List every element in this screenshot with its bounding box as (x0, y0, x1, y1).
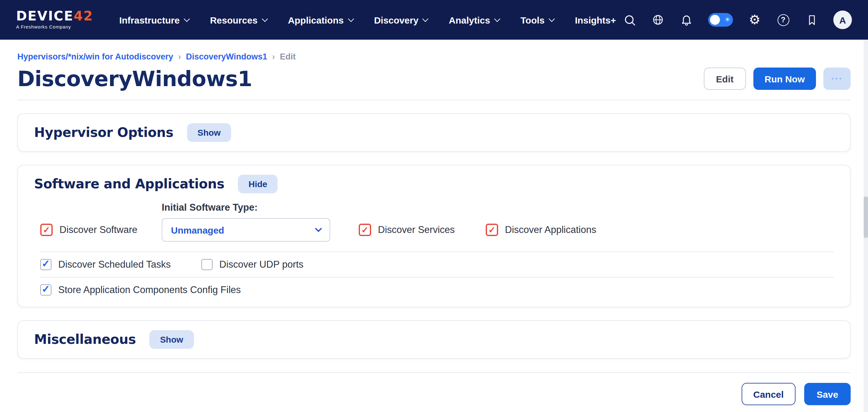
miscellaneous-header: Miscellaneous Show (34, 330, 834, 349)
chevron-down-icon (315, 225, 322, 232)
checkbox-checked-red[interactable] (486, 224, 498, 236)
app-root: DEVICE42 A Freshworks Company Infrastruc… (0, 0, 868, 412)
main-navigation: Infrastructure Resources Applications Di… (119, 14, 616, 25)
page-actions: Edit Run Now ··· (704, 67, 851, 90)
hypervisor-options-title: Hypervisor Options (34, 125, 174, 140)
initial-software-type-label: Initial Software Type: (162, 202, 834, 213)
software-checkbox-row-3: Store Application Components Config File… (34, 278, 834, 297)
settings-gear-icon[interactable]: ⚙ (748, 13, 762, 27)
software-applications-card: Software and Applications Hide Initial S… (17, 165, 851, 307)
checkbox-checked-red[interactable] (40, 224, 53, 236)
software-checkbox-row-1: Discover Software Unmanaged Discover Ser… (34, 218, 834, 242)
page-header: DiscoveryWindows1 Edit Run Now ··· (17, 66, 851, 100)
bookmark-icon[interactable] (805, 13, 818, 27)
checkbox-label: Store Application Components Config File… (58, 284, 241, 295)
nav-label: Analytics (449, 14, 490, 25)
chevron-down-icon (549, 15, 555, 22)
checkbox-label: Discover Scheduled Tasks (58, 259, 171, 270)
nav-label: Resources (210, 14, 257, 25)
initial-software-type-select[interactable]: Unmanaged (162, 218, 330, 242)
scrollbar-thumb[interactable] (864, 196, 868, 238)
nav-item-discovery[interactable]: Discovery (374, 14, 428, 25)
nav-item-resources[interactable]: Resources (210, 14, 267, 25)
nav-label: Insights+ (575, 14, 616, 25)
breadcrumb-link-discoverywindows1[interactable]: DiscoveryWindows1 (186, 52, 267, 61)
checkbox-label: Discover UDP ports (219, 259, 304, 270)
form-footer: Cancel Save (17, 372, 851, 405)
breadcrumb-current-edit: Edit (280, 52, 296, 61)
navbar-actions: ☀ ⚙ ? A (623, 10, 852, 29)
top-navbar: DEVICE42 A Freshworks Company Infrastruc… (0, 0, 868, 40)
logo-device: DEVICE (16, 9, 74, 24)
miscellaneous-card: Miscellaneous Show (17, 320, 851, 359)
software-applications-title: Software and Applications (34, 177, 224, 191)
scrollbar-track[interactable] (864, 40, 868, 412)
help-icon[interactable]: ? (776, 13, 790, 27)
checkbox-checked-red[interactable] (359, 224, 371, 236)
device42-logo[interactable]: DEVICE42 A Freshworks Company (16, 10, 93, 30)
nav-label: Discovery (374, 14, 418, 25)
nav-item-insights[interactable]: Insights+ (575, 14, 616, 25)
nav-label: Infrastructure (119, 14, 180, 25)
more-actions-button[interactable]: ··· (824, 67, 851, 90)
checkbox-checked-blue[interactable] (40, 284, 52, 295)
breadcrumb-link-hypervisors[interactable]: Hypervisors/*nix/win for Autodiscovery (17, 52, 173, 61)
miscellaneous-show-button[interactable]: Show (150, 330, 194, 349)
discover-scheduled-tasks-checkbox[interactable]: Discover Scheduled Tasks (40, 259, 202, 270)
globe-icon[interactable] (651, 13, 665, 27)
sun-icon: ☀ (724, 17, 731, 23)
page-title: DiscoveryWindows1 (17, 66, 252, 91)
nav-item-tools[interactable]: Tools (520, 14, 554, 25)
logo-42: 42 (74, 9, 93, 24)
breadcrumb-separator: › (272, 52, 275, 61)
chevron-down-icon (184, 15, 190, 22)
nav-label: Applications (288, 14, 344, 25)
nav-item-applications[interactable]: Applications (288, 14, 353, 25)
software-applications-hide-button[interactable]: Hide (238, 175, 278, 193)
checkbox-label: Discover Applications (505, 224, 596, 235)
checkbox-label: Discover Software (60, 224, 137, 235)
miscellaneous-title: Miscellaneous (34, 332, 136, 347)
nav-item-infrastructure[interactable]: Infrastructure (119, 14, 189, 25)
main-content: Hypervisors/*nix/win for Autodiscovery ›… (0, 40, 868, 405)
edit-button[interactable]: Edit (704, 67, 746, 90)
logo-tagline: A Freshworks Company (16, 24, 93, 30)
user-avatar[interactable]: A (833, 10, 852, 29)
nav-label: Tools (520, 14, 545, 25)
notifications-bell-icon[interactable] (680, 13, 693, 27)
chevron-down-icon (348, 15, 354, 22)
search-icon[interactable] (623, 13, 636, 27)
discover-udp-ports-checkbox[interactable]: Discover UDP ports (202, 259, 304, 270)
run-now-button[interactable]: Run Now (753, 67, 816, 90)
hypervisor-options-show-button[interactable]: Show (187, 123, 231, 142)
hypervisor-options-header: Hypervisor Options Show (34, 123, 834, 142)
gear-glyph: ⚙ (749, 13, 761, 26)
chevron-down-icon (423, 15, 429, 22)
chevron-down-icon (261, 15, 268, 22)
nav-item-analytics[interactable]: Analytics (449, 14, 499, 25)
save-button[interactable]: Save (804, 383, 851, 405)
toggle-knob (710, 15, 720, 25)
discover-services-checkbox[interactable]: Discover Services (359, 224, 455, 236)
hypervisor-options-card: Hypervisor Options Show (17, 114, 851, 152)
checkbox-unchecked[interactable] (202, 259, 213, 270)
software-applications-header: Software and Applications Hide (34, 175, 834, 193)
cancel-button[interactable]: Cancel (742, 383, 796, 405)
help-circle: ? (777, 14, 789, 26)
store-application-components-config-files-checkbox[interactable]: Store Application Components Config File… (40, 284, 241, 295)
chevron-down-icon (494, 15, 500, 22)
software-checkbox-row-2: Discover Scheduled Tasks Discover UDP po… (34, 252, 834, 277)
discover-software-checkbox[interactable]: Discover Software (40, 224, 162, 236)
dropdown-selected-value: Unmanaged (171, 225, 224, 235)
checkbox-checked-blue[interactable] (40, 259, 52, 270)
breadcrumb-separator: › (178, 52, 181, 61)
theme-toggle[interactable]: ☀ (708, 13, 733, 27)
checkbox-label: Discover Services (378, 224, 455, 235)
discover-applications-checkbox[interactable]: Discover Applications (486, 224, 596, 236)
logo-text: DEVICE42 (16, 10, 93, 23)
breadcrumb: Hypervisors/*nix/win for Autodiscovery ›… (17, 52, 851, 61)
